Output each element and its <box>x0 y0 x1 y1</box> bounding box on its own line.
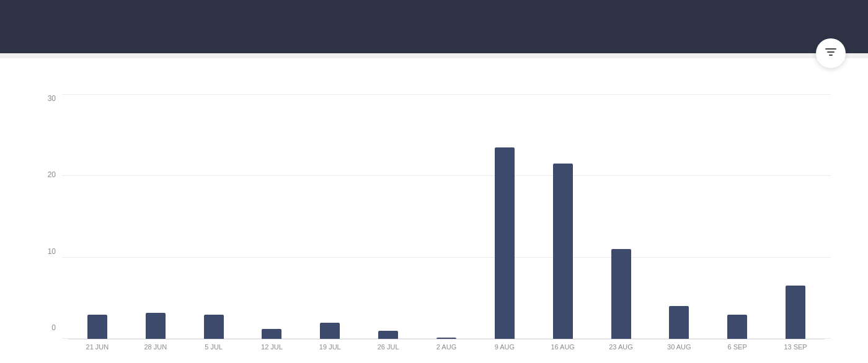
filter-button-wrap <box>816 38 846 68</box>
y-axis-label: 0 <box>51 323 56 332</box>
y-axis-label: 20 <box>48 170 56 179</box>
header <box>0 0 868 53</box>
bar[interactable] <box>87 315 107 339</box>
y-axis-label: 30 <box>48 94 56 103</box>
x-axis-label: 21 JUN <box>68 343 126 351</box>
bar[interactable] <box>146 313 166 339</box>
bar-group <box>359 94 417 339</box>
bar[interactable] <box>320 323 340 339</box>
x-axis-label: 9 AUG <box>476 343 534 351</box>
x-axis-label: 13 SEP <box>766 343 825 351</box>
bars-area <box>62 94 831 339</box>
x-axis-label: 30 AUG <box>650 343 708 351</box>
bar-group <box>126 94 185 339</box>
x-axis-label: 23 AUG <box>592 343 650 351</box>
x-axis-label: 5 JUL <box>185 343 243 351</box>
x-axis-label: 2 AUG <box>417 343 476 351</box>
x-axis-label: 6 SEP <box>708 343 766 351</box>
bar-group <box>534 94 592 339</box>
y-axis-label: 10 <box>48 247 56 256</box>
bar-group <box>592 94 650 339</box>
x-axis-label: 19 JUL <box>301 343 359 351</box>
bar-group <box>243 94 301 339</box>
chart-plot: 21 JUN28 JUN5 JUL12 JUL19 JUL26 JUL2 AUG… <box>62 94 831 351</box>
bar[interactable] <box>611 249 631 339</box>
bar[interactable] <box>262 329 281 339</box>
x-axis-label: 16 AUG <box>534 343 592 351</box>
bar-group <box>301 94 359 339</box>
bar[interactable] <box>669 306 689 339</box>
bar[interactable] <box>727 315 747 339</box>
filter-button[interactable] <box>816 38 846 68</box>
bar-group <box>417 94 476 339</box>
bar-group <box>476 94 534 339</box>
filter-icon <box>825 47 837 60</box>
bar[interactable] <box>204 315 224 339</box>
bar-group <box>650 94 708 339</box>
x-axis-label: 28 JUN <box>126 343 185 351</box>
bar[interactable] <box>553 164 573 339</box>
x-axis-label: 26 JUL <box>359 343 417 351</box>
main-content: 3020100 21 JUN28 JUN5 JUL12 JUL19 JUL26 … <box>0 58 868 363</box>
bar[interactable] <box>786 286 805 339</box>
x-axis-label: 12 JUL <box>243 343 301 351</box>
chart-container: 3020100 21 JUN28 JUN5 JUL12 JUL19 JUL26 … <box>37 94 831 351</box>
bar-group <box>766 94 825 339</box>
bar-group <box>185 94 243 339</box>
bar[interactable] <box>436 338 456 339</box>
axis-line <box>68 339 825 339</box>
bar-group <box>708 94 766 339</box>
x-axis: 21 JUN28 JUN5 JUL12 JUL19 JUL26 JUL2 AUG… <box>62 343 831 351</box>
bars-row <box>62 94 831 339</box>
bar-group <box>68 94 126 339</box>
y-axis: 3020100 <box>37 94 62 351</box>
bar[interactable] <box>378 331 398 339</box>
bar[interactable] <box>495 147 515 339</box>
